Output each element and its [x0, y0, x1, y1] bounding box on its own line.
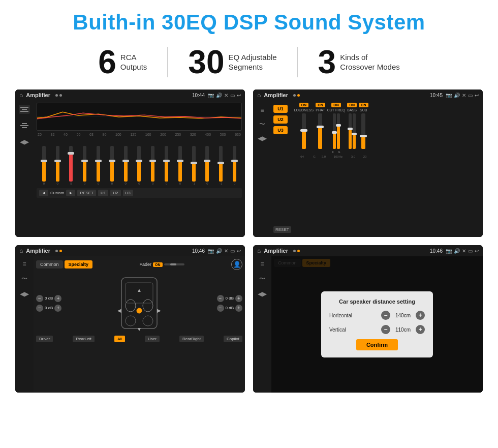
ss3-home-icon[interactable]: ⌂: [19, 247, 23, 254]
ss3-plus-btn-1[interactable]: +: [54, 295, 61, 302]
ss3-tab-specialty[interactable]: Specialty: [65, 260, 93, 268]
u2-preset-btn[interactable]: U2: [273, 115, 288, 124]
phat-slider[interactable]: [318, 113, 322, 149]
ss3-plus-btn-3[interactable]: +: [235, 295, 242, 302]
ss4-sidebar: ≡ 〜 ◀▶: [253, 256, 271, 393]
eq-col-7[interactable]: 0: [133, 146, 146, 185]
ss4-spk-icon[interactable]: ◀▶: [258, 290, 267, 297]
stat-rca: 6 RCAOutputs: [78, 46, 167, 78]
ss2-back-icon[interactable]: ↩: [475, 93, 479, 98]
ss1-vol-icon: 🔊: [216, 93, 222, 98]
ss3-plus-btn-2[interactable]: +: [54, 305, 61, 312]
eq-next-btn[interactable]: ►: [66, 190, 75, 196]
ss4-wave-icon[interactable]: 〜: [259, 275, 265, 283]
sub-slider[interactable]: [361, 113, 365, 149]
eq-custom-label: Custom: [50, 191, 65, 195]
eq-u3-btn[interactable]: U3: [123, 190, 133, 196]
dialog-vertical-plus[interactable]: +: [416, 325, 425, 334]
phat-on-badge[interactable]: ON: [316, 103, 325, 107]
ss2-sidebar: ≡ 〜 ◀▶: [253, 101, 271, 237]
ss3-spk-icon[interactable]: ◀▶: [20, 290, 29, 297]
eq-u1-btn[interactable]: U1: [98, 190, 108, 196]
eq-col-11[interactable]: -1: [188, 146, 200, 185]
loudness-slider[interactable]: [302, 113, 306, 149]
ss3-db-val-2: 0 dB: [45, 306, 53, 310]
ss3-tab-common[interactable]: Common: [36, 260, 63, 268]
eq-col-13[interactable]: -1: [214, 146, 227, 185]
ss3-minus-btn-4[interactable]: −: [217, 305, 224, 312]
ss2-vol-icon: 🔊: [454, 93, 460, 98]
eq-col-14[interactable]: 0: [228, 146, 241, 185]
eq-col-1[interactable]: 0: [51, 146, 64, 185]
bass-slider1[interactable]: [349, 113, 352, 149]
ss3-avatar-icon[interactable]: 👤: [231, 259, 242, 270]
dialog-horizontal-plus[interactable]: +: [416, 311, 425, 320]
loudness-control: ON LOUDNESS: [294, 103, 314, 154]
ss3-wave-icon[interactable]: 〜: [21, 275, 27, 283]
ss2-eq-icon[interactable]: ≡: [260, 107, 264, 114]
eq-prev-btn[interactable]: ◄: [39, 190, 48, 196]
ss2-home-icon[interactable]: ⌂: [257, 92, 261, 99]
bass-on-badge[interactable]: ON: [347, 103, 357, 107]
ss3-minus-btn-1[interactable]: −: [36, 295, 43, 302]
eq-col-10[interactable]: 0: [174, 146, 186, 185]
eq-col-6[interactable]: 0: [119, 146, 132, 185]
rearright-btn[interactable]: RearRight: [179, 336, 204, 342]
ss3-dot1: [55, 250, 58, 252]
dialog-horizontal-minus[interactable]: −: [381, 311, 390, 320]
sub-on-badge[interactable]: ON: [359, 103, 368, 107]
ss1-back-icon[interactable]: ↩: [237, 93, 241, 98]
ss1-home-icon[interactable]: ⌂: [19, 92, 23, 99]
eq-col-3[interactable]: 0: [78, 146, 91, 185]
ss3-left-controls: − 0 dB + − 0 dB +: [36, 295, 61, 312]
eq-col-5[interactable]: 0: [106, 146, 118, 185]
eq-col-0[interactable]: 0: [38, 146, 50, 185]
ss1-sidebar-eq-icon[interactable]: [19, 105, 30, 114]
eq-col-2[interactable]: 5: [65, 146, 78, 185]
rearleft-btn[interactable]: RearLeft: [73, 336, 95, 342]
eq-u2-btn[interactable]: U2: [110, 190, 120, 196]
ss3-db-row-4: − 0 dB +: [217, 305, 242, 312]
svg-point-7: [137, 308, 142, 313]
ss1-dot2: [59, 94, 62, 97]
u1-preset-btn[interactable]: U1: [273, 105, 288, 113]
ss3-rect-icon: ▭: [230, 248, 235, 254]
ss4-eq-icon[interactable]: ≡: [260, 260, 264, 267]
copilot-btn[interactable]: Copilot: [224, 336, 242, 342]
all-btn[interactable]: All: [114, 336, 125, 342]
driver-btn[interactable]: Driver: [36, 336, 53, 342]
ss3-car-diagram: ▲ ▼ ◀ ▶: [64, 273, 214, 334]
ss2-wave-icon[interactable]: 〜: [259, 120, 265, 129]
cutfreq-slider2[interactable]: [337, 113, 340, 149]
eq-reset-btn[interactable]: RESET: [77, 190, 96, 196]
eq-col-12[interactable]: 0: [201, 146, 214, 185]
ss3-fader-on[interactable]: ON: [153, 262, 163, 267]
dialog-vertical-minus[interactable]: −: [381, 325, 390, 334]
ss1-sidebar-wave-icon[interactable]: [19, 121, 30, 130]
bass-slider2[interactable]: [353, 113, 356, 149]
ss3-minus-btn-3[interactable]: −: [217, 295, 224, 302]
ss4-back-icon[interactable]: ↩: [475, 248, 479, 254]
bass-label: BASS: [347, 108, 357, 112]
user-btn[interactable]: User: [145, 336, 160, 342]
loudness-on-badge[interactable]: ON: [299, 103, 309, 107]
reset-preset-btn[interactable]: RESET: [273, 226, 291, 233]
ss4-home-icon[interactable]: ⌂: [257, 247, 261, 254]
ss2-spk-icon[interactable]: ◀▶: [258, 135, 267, 142]
ss3-minus-btn-2[interactable]: −: [36, 305, 43, 312]
eq-col-8[interactable]: 0: [146, 146, 159, 185]
cutfreq-slider1[interactable]: [333, 113, 336, 149]
u3-preset-btn[interactable]: U3: [273, 126, 288, 134]
ss3-plus-btn-4[interactable]: +: [235, 305, 242, 312]
eq-col-4[interactable]: 0: [92, 146, 105, 185]
ss3-back-icon[interactable]: ↩: [237, 248, 241, 254]
ss3-fader-track[interactable]: [164, 263, 184, 265]
ss3-topbar: ⌂ Amplifier 10:46 📷 🔊 ✕ ▭ ↩: [15, 245, 245, 256]
ss3-eq-icon[interactable]: ≡: [22, 260, 26, 267]
page-title: Buith-in 30EQ DSP Sound System: [15, 10, 483, 35]
eq-col-9[interactable]: 0: [160, 146, 173, 185]
confirm-button[interactable]: Confirm: [356, 339, 398, 350]
ss2-rect-icon: ▭: [468, 93, 473, 98]
ss1-sidebar-speaker-icon[interactable]: ◀▶: [19, 137, 30, 146]
cutfreq-on-badge[interactable]: ON: [331, 103, 341, 107]
